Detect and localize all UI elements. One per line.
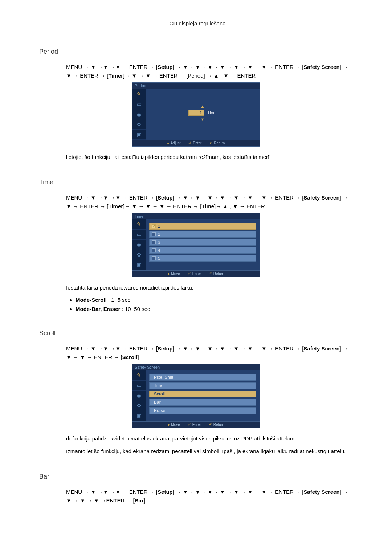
osd-footer: ♦Move ⏎Enter ↶Return: [132, 271, 260, 277]
nav-path-time: MENU → ▼ →▼ →▼ → ENTER → [Setup] → ▼→ ▼→…: [66, 193, 353, 211]
checkbox-icon: [152, 248, 156, 252]
osd-title-scroll: Safety Screen: [132, 364, 260, 370]
scroll-paragraph-2: Izmantojiet šo funkciju, kad ekrānā redz…: [66, 447, 353, 455]
list-item: Mode-Scroll : 1~5 sec: [75, 297, 353, 303]
period-paragraph: lietojiet šo funkciju, lai iestatītu izp…: [66, 153, 353, 161]
scroll-option[interactable]: Bar: [149, 399, 256, 406]
checkbox-icon: [152, 256, 156, 260]
time-option[interactable]: 3: [149, 239, 256, 246]
checkbox-icon: [152, 240, 156, 244]
checkbox-icon: ✓: [152, 224, 156, 228]
time-option-label: 3: [158, 240, 160, 245]
osd-scroll: Safety Screen ✎ ▭ ◉ ✿ ▣ Pixel ShiftTimer…: [132, 364, 260, 428]
scroll-paragraph-1: đī funkcija palīdz likvidēt pēcattēlus e…: [66, 435, 353, 443]
footer-enter: Enter: [193, 141, 201, 145]
divider-top: [39, 30, 353, 30]
image-icon[interactable]: ▣: [132, 411, 146, 421]
osd-time: Time ✎ ▭ ◉ ✿ ▣ ✓12345 ♦Move ⏎Enter ↶Retu…: [132, 213, 260, 277]
scroll-option[interactable]: Scroll: [149, 391, 256, 397]
time-option-label: 2: [158, 232, 160, 237]
page-header: LCD displeja regulēšana: [39, 0, 353, 30]
osd-sidebar: ✎ ▭ ◉ ✿ ▣: [132, 89, 146, 140]
heading-time: Time: [39, 178, 353, 186]
osd-title-period: Period: [132, 82, 260, 89]
gear-icon[interactable]: ✿: [132, 401, 146, 411]
footer-adjust: Adjust: [171, 141, 181, 145]
osd-panel: Pixel ShiftTimerScrollBarEraser: [146, 370, 260, 421]
brush-icon[interactable]: ✎: [132, 219, 146, 230]
osd-panel: ✓12345: [146, 219, 260, 270]
up-arrow-icon[interactable]: ▲: [201, 104, 205, 108]
footer-return: Return: [214, 141, 225, 145]
footer-return: Return: [213, 272, 224, 276]
image-icon[interactable]: ▣: [132, 130, 146, 140]
gear-icon[interactable]: ✿: [132, 250, 146, 260]
checkbox-icon: [152, 232, 156, 236]
osd-sidebar: ✎ ▭ ◉ ✿ ▣: [132, 219, 146, 270]
time-option[interactable]: ✓1: [149, 223, 256, 230]
heading-period: Period: [39, 48, 353, 56]
time-option-label: 1: [158, 224, 160, 229]
footer-move: Move: [171, 272, 180, 276]
heading-bar: Bar: [39, 473, 353, 480]
time-option[interactable]: 4: [149, 247, 256, 254]
power-icon[interactable]: ◉: [132, 391, 146, 401]
gear-icon[interactable]: ✿: [132, 119, 146, 130]
osd-footer: ♦Adjust ⏎Enter ↶Return: [132, 140, 260, 147]
osd-panel: ▲ 1 Hour ▼: [146, 89, 260, 140]
footer-move: Move: [171, 423, 180, 427]
osd-sidebar: ✎ ▭ ◉ ✿ ▣: [132, 370, 146, 421]
down-arrow-icon[interactable]: ▼: [201, 117, 205, 122]
period-value-input[interactable]: 1: [188, 110, 204, 116]
footer-enter: Enter: [192, 423, 201, 427]
brush-icon[interactable]: ✎: [132, 370, 146, 381]
scroll-option[interactable]: Eraser: [149, 407, 256, 414]
divider-bottom: [39, 516, 353, 516]
time-option-label: 5: [158, 256, 160, 261]
nav-path-period: MENU → ▼ →▼ →▼ → ENTER → [Setup] → ▼→ ▼→…: [66, 63, 353, 80]
power-icon[interactable]: ◉: [132, 240, 146, 250]
scroll-option[interactable]: Pixel Shift: [149, 374, 256, 381]
time-option-label: 4: [158, 248, 160, 253]
image-icon[interactable]: ▣: [132, 260, 146, 270]
time-option[interactable]: 2: [149, 231, 256, 238]
heading-scroll: Scroll: [39, 329, 353, 337]
pip-icon[interactable]: ▭: [132, 99, 146, 109]
power-icon[interactable]: ◉: [132, 109, 146, 119]
nav-path-scroll: MENU → ▼ →▼ →▼ → ENTER → [Setup] → ▼→ ▼→…: [66, 344, 353, 362]
osd-title-time: Time: [132, 213, 260, 219]
footer-return: Return: [213, 423, 224, 427]
brush-icon[interactable]: ✎: [132, 89, 146, 99]
pip-icon[interactable]: ▭: [132, 230, 146, 240]
scroll-option[interactable]: Timer: [149, 382, 256, 389]
nav-path-bar: MENU → ▼ →▼ →▼ → ENTER → [Setup] → ▼→ ▼→…: [66, 488, 353, 505]
time-paragraph: Iestatītā laika perioda ietvaros norādie…: [66, 284, 353, 292]
footer-enter: Enter: [192, 272, 201, 276]
pip-icon[interactable]: ▭: [132, 381, 146, 391]
list-item: Mode-Bar, Eraser : 10~50 sec: [75, 306, 353, 312]
osd-period: Period ✎ ▭ ◉ ✿ ▣ ▲ 1 Hour ▼ ♦Adjust ⏎Ent…: [132, 82, 260, 147]
time-option[interactable]: 5: [149, 255, 256, 262]
period-unit-label: Hour: [208, 111, 217, 115]
osd-footer: ♦Move ⏎Enter ↶Return: [132, 422, 260, 428]
time-bullets: Mode-Scroll : 1~5 secMode-Bar, Eraser : …: [75, 297, 353, 312]
